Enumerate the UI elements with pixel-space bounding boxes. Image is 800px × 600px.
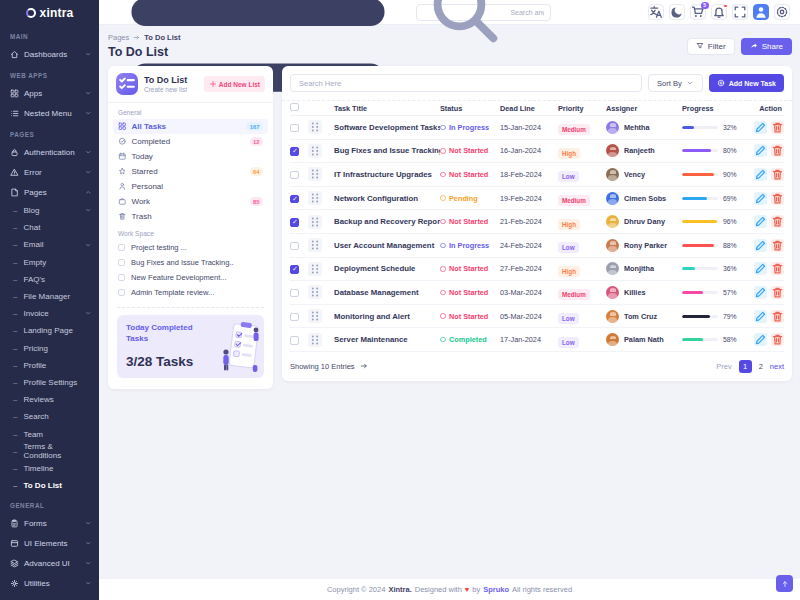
drag-handle[interactable] [308,238,322,252]
sidebar-subitem-profile[interactable]: –Profile [0,357,99,374]
breadcrumb-pages[interactable]: Pages [108,33,129,42]
todo-list-all-tasks[interactable]: All Tasks167 [113,119,268,134]
workspace-item[interactable]: Project testing ... [108,240,273,255]
add-new-list-button[interactable]: Add New List [204,76,265,92]
workspace-checkbox[interactable] [118,289,125,296]
pagination-page-1[interactable]: 1 [739,360,752,373]
sidebar-item-utilities[interactable]: Utilities [0,573,99,593]
drag-handle[interactable] [308,285,322,299]
row-checkbox[interactable] [290,313,299,322]
row-checkbox[interactable] [290,242,299,251]
sidebar-item-forms[interactable]: Forms [0,513,99,533]
sidebar-subitem-timeline[interactable]: –Timeline [0,460,99,477]
todo-list-today[interactable]: Today [113,149,268,164]
delete-task-button[interactable] [771,121,784,134]
footer-vendor-link[interactable]: Spruko [483,585,509,594]
global-search-input[interactable] [510,9,544,16]
edit-task-button[interactable] [754,310,767,323]
row-checkbox[interactable] [290,336,299,345]
sidebar-item-advanced-ui[interactable]: Advanced UI [0,553,99,573]
edit-task-button[interactable] [754,262,767,275]
sidebar-subitem-pricing[interactable]: –Pricing [0,340,99,357]
filter-button[interactable]: Filter [687,38,735,55]
sidebar-item-nested-menu[interactable]: Nested Menu [0,103,99,123]
edit-task-button[interactable] [754,168,767,181]
delete-task-button[interactable] [771,333,784,346]
sidebar-subitem-to-do-list[interactable]: –To Do List [0,477,99,494]
edit-task-button[interactable] [754,121,767,134]
sidebar-item-authentication[interactable]: Authentication [0,142,99,162]
row-checkbox[interactable] [290,289,299,298]
sidebar-subitem-team[interactable]: –Team [0,425,99,442]
pagination-page-2[interactable]: 2 [759,362,763,371]
delete-task-button[interactable] [771,262,784,275]
workspace-item[interactable]: New Feature Development... [108,270,273,285]
pagination-prev[interactable]: Prev [716,362,731,371]
sidebar-item-apps[interactable]: Apps [0,83,99,103]
workspace-item[interactable]: Admin Template review... [108,285,273,300]
delete-task-button[interactable] [771,286,784,299]
cart-icon[interactable]: 5 [690,4,706,20]
select-all-checkbox[interactable] [290,103,299,112]
workspace-item[interactable]: Bug Fixes and Issue Tracking.. [108,255,273,270]
sidebar-subitem-landing-page[interactable]: –Landing Page [0,322,99,339]
sidebar-subitem-invoice[interactable]: –Invoice [0,305,99,322]
sidebar-item-dashboards[interactable]: Dashboards [0,44,99,64]
workspace-checkbox[interactable] [118,274,125,281]
sidebar-subitem-reviews[interactable]: –Reviews [0,391,99,408]
todo-list-work[interactable]: Work85 [113,194,268,209]
edit-task-button[interactable] [754,286,767,299]
drag-handle[interactable] [308,333,322,347]
row-checkbox[interactable] [290,195,299,204]
delete-task-button[interactable] [771,144,784,157]
row-checkbox[interactable] [290,147,299,156]
todo-list-personal[interactable]: Personal [113,179,268,194]
drag-handle[interactable] [308,167,322,181]
sort-by-button[interactable]: Sort By [648,74,703,92]
sidebar-subitem-file-manager[interactable]: –File Manager [0,288,99,305]
sidebar-subitem-search[interactable]: –Search [0,408,99,425]
workspace-checkbox[interactable] [118,259,125,266]
user-avatar[interactable] [753,4,769,20]
pagination-next[interactable]: next [770,362,784,371]
drag-handle[interactable] [308,144,322,158]
row-checkbox[interactable] [290,265,299,274]
delete-task-button[interactable] [771,192,784,205]
sidebar-subitem-chat[interactable]: –Chat [0,219,99,236]
sidebar-subitem-profile-settings[interactable]: –Profile Settings [0,374,99,391]
edit-task-button[interactable] [754,239,767,252]
todo-list-trash[interactable]: Trash [113,209,268,224]
sidebar-subitem-empty[interactable]: –Empty [0,254,99,271]
edit-task-button[interactable] [754,215,767,228]
drag-handle[interactable] [308,262,322,276]
edit-task-button[interactable] [754,192,767,205]
task-search-input[interactable] [290,74,642,92]
sidebar-item-pages[interactable]: Pages [0,182,99,202]
sidebar-subitem-blog[interactable]: –Blog [0,202,99,219]
edit-task-button[interactable] [754,333,767,346]
workspace-checkbox[interactable] [118,244,125,251]
scroll-to-top-button[interactable] [776,575,793,592]
add-new-task-button[interactable]: Add New Task [709,74,784,92]
drag-handle[interactable] [308,191,322,205]
fullscreen-icon[interactable] [732,4,748,20]
sidebar-item-error[interactable]: Error [0,162,99,182]
sidebar-item-ui-elements[interactable]: UI Elements [0,533,99,553]
todo-list-starred[interactable]: Starred64 [113,164,268,179]
sidebar-subitem-email[interactable]: –Email [0,236,99,253]
notifications-bell-icon[interactable] [711,4,727,20]
share-button[interactable]: Share [741,38,792,55]
settings-gear-icon[interactable] [774,4,790,20]
drag-handle[interactable] [308,120,322,134]
sidebar-subitem-faq-s[interactable]: –FAQ's [0,271,99,288]
delete-task-button[interactable] [771,215,784,228]
delete-task-button[interactable] [771,168,784,181]
row-checkbox[interactable] [290,171,299,180]
row-checkbox[interactable] [290,218,299,227]
drag-handle[interactable] [308,215,322,229]
sidebar-subitem-terms-conditions[interactable]: –Terms & Conditions [0,443,99,460]
drag-handle[interactable] [308,309,322,323]
delete-task-button[interactable] [771,310,784,323]
language-icon[interactable] [648,4,664,20]
logo[interactable]: xintra [0,0,99,25]
